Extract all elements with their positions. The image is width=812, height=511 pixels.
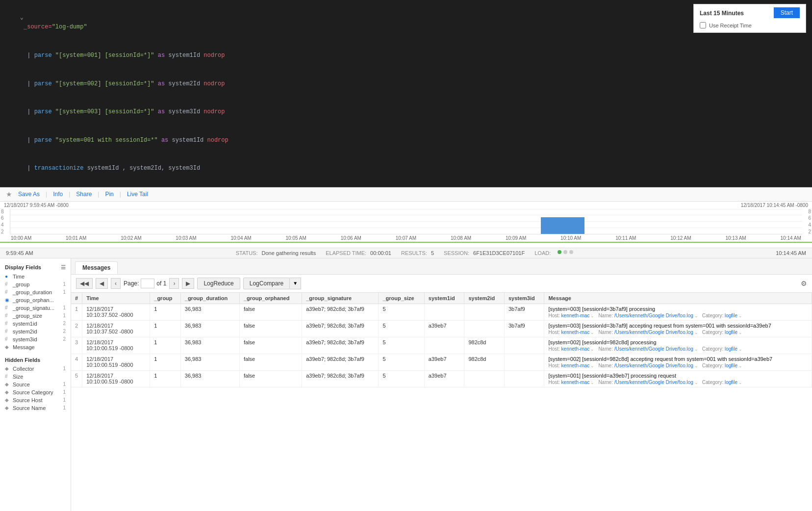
start-button[interactable]: Start bbox=[774, 7, 800, 18]
sidebar-item-system1id[interactable]: # system1id 2 bbox=[0, 320, 71, 328]
log-reduce-btn[interactable]: LogReduce bbox=[197, 278, 240, 289]
cell-num: 4 bbox=[71, 354, 82, 370]
category-expand[interactable]: ⌄ bbox=[738, 363, 742, 368]
table-row[interactable]: 5 12/18/201710:10:00.519 -0800 1 36,983 … bbox=[71, 370, 812, 387]
dot-icon: ◆ bbox=[5, 405, 11, 410]
sidebar-item-source-host[interactable]: ◆ Source Host 1 bbox=[0, 396, 71, 404]
status-value: Done gathering results bbox=[261, 250, 316, 256]
name-link[interactable]: /Users/kenneth/Google Drive/foo.log bbox=[614, 380, 693, 385]
tab-messages[interactable]: Messages bbox=[75, 261, 118, 274]
host-link[interactable]: kenneth-mac bbox=[561, 346, 590, 352]
host-expand[interactable]: ⌄ bbox=[590, 313, 594, 318]
sidebar-item-system3id[interactable]: # system3id 2 bbox=[0, 335, 71, 343]
category-link[interactable]: logfile bbox=[725, 330, 737, 335]
col-group-orphaned[interactable]: _group_orphaned bbox=[239, 293, 302, 304]
cell-system2id bbox=[464, 320, 505, 337]
col-system1id[interactable]: system1id bbox=[424, 293, 464, 304]
page-of: of 1 bbox=[156, 280, 166, 287]
log-reduce-group: LogReduce bbox=[197, 278, 240, 289]
star-icon[interactable]: ★ bbox=[6, 190, 12, 198]
sidebar-item-group[interactable]: # _group 1 bbox=[0, 281, 71, 288]
name-expand[interactable]: ⌄ bbox=[694, 330, 698, 335]
sidebar-item-source[interactable]: ◆ Source 1 bbox=[0, 381, 71, 388]
hash-icon: # bbox=[5, 313, 11, 318]
share-link[interactable]: Share bbox=[76, 191, 92, 198]
query-line-2: | parse "[system=001] [sessionId=*]" as … bbox=[6, 42, 806, 70]
sidebar-item-system2id[interactable]: # system2id 2 bbox=[0, 328, 71, 335]
load-dot-1 bbox=[558, 250, 561, 254]
col-message[interactable]: Message bbox=[544, 293, 812, 304]
page-input[interactable]: 1 bbox=[141, 279, 154, 288]
sidebar-item-collector[interactable]: ◆ Collector 1 bbox=[0, 365, 71, 373]
category-expand[interactable]: ⌄ bbox=[738, 347, 742, 352]
name-expand[interactable]: ⌄ bbox=[694, 313, 698, 318]
save-as-link[interactable]: Save As bbox=[18, 191, 40, 198]
table-row[interactable]: 1 12/18/201710:10:37.502 -0800 1 36,983 … bbox=[71, 304, 812, 320]
host-expand[interactable]: ⌄ bbox=[590, 363, 594, 368]
sidebar-item-group-signature[interactable]: # _group_signatu... 1 bbox=[0, 304, 71, 312]
sidebar-item-message[interactable]: ◆ Message bbox=[0, 343, 71, 351]
category-expand[interactable]: ⌄ bbox=[738, 380, 742, 385]
nav-next-btn[interactable]: › bbox=[169, 278, 179, 289]
category-link[interactable]: logfile bbox=[725, 380, 737, 385]
nav-prev-page-btn[interactable]: ◀ bbox=[96, 278, 108, 289]
sidebar-item-group-orphan[interactable]: ◉ _group_orphan... bbox=[0, 296, 71, 304]
name-link[interactable]: /Users/kenneth/Google Drive/foo.log bbox=[614, 330, 693, 335]
col-time[interactable]: Time bbox=[82, 293, 150, 304]
chart-area[interactable] bbox=[10, 209, 802, 234]
query-line-1[interactable]: ⌄ _source="log-dump" bbox=[6, 4, 806, 42]
category-link[interactable]: logfile bbox=[725, 313, 737, 318]
col-group-size[interactable]: _group_size bbox=[379, 293, 424, 304]
name-link[interactable]: /Users/kenneth/Google Drive/foo.log bbox=[614, 363, 693, 368]
timeline-bar[interactable] bbox=[541, 217, 584, 233]
log-compare-btn[interactable]: LogCompare bbox=[243, 278, 290, 289]
table-row[interactable]: 4 12/18/201710:10:00.519 -0800 1 36,983 … bbox=[71, 354, 812, 370]
table-row[interactable]: 2 12/18/201710:10:37.502 -0800 1 36,983 … bbox=[71, 320, 812, 337]
host-link[interactable]: kenneth-mac bbox=[561, 313, 590, 318]
cell-group-duration: 36,983 bbox=[180, 337, 239, 354]
nav-prev-btn[interactable]: ‹ bbox=[111, 278, 121, 289]
col-group-duration[interactable]: _group_duration bbox=[180, 293, 239, 304]
name-link[interactable]: /Users/kenneth/Google Drive/foo.log bbox=[614, 313, 693, 318]
sidebar-item-time[interactable]: ● Time bbox=[0, 273, 71, 281]
sidebar-item-group-size[interactable]: # _group_size 1 bbox=[0, 312, 71, 320]
sidebar-item-source-category[interactable]: ◆ Source Category 1 bbox=[0, 388, 71, 396]
pin-link[interactable]: Pin bbox=[105, 191, 113, 198]
nav-next-page-btn[interactable]: ▶ bbox=[182, 278, 194, 289]
cell-time: 12/18/201710:10:37.502 -0800 bbox=[82, 320, 150, 337]
category-link[interactable]: logfile bbox=[725, 363, 737, 368]
settings-gear-btn[interactable]: ⚙ bbox=[801, 280, 807, 287]
table-row[interactable]: 3 12/18/201710:10:00.519 -0800 1 36,983 … bbox=[71, 337, 812, 354]
host-expand[interactable]: ⌄ bbox=[590, 347, 594, 352]
col-system3id[interactable]: system3id bbox=[504, 293, 544, 304]
category-expand[interactable]: ⌄ bbox=[738, 313, 742, 318]
category-expand[interactable]: ⌄ bbox=[738, 330, 742, 335]
tab-bar: Messages bbox=[71, 258, 812, 275]
info-link[interactable]: Info bbox=[53, 191, 63, 198]
name-expand[interactable]: ⌄ bbox=[694, 363, 698, 368]
name-link[interactable]: /Users/kenneth/Google Drive/foo.log bbox=[614, 346, 693, 352]
col-group[interactable]: _group bbox=[150, 293, 180, 304]
category-link[interactable]: logfile bbox=[725, 346, 737, 352]
cell-group-size: 5 bbox=[379, 304, 424, 320]
nav-first-btn[interactable]: ◀◀ bbox=[76, 278, 93, 289]
name-expand[interactable]: ⌄ bbox=[694, 380, 698, 385]
sidebar-item-source-name[interactable]: ◆ Source Name 1 bbox=[0, 404, 71, 412]
cell-system3id bbox=[504, 337, 544, 354]
live-tail-link[interactable]: Live Tail bbox=[127, 191, 148, 198]
log-compare-dropdown[interactable]: ▼ bbox=[290, 278, 301, 289]
display-fields-icon[interactable]: ☰ bbox=[61, 264, 66, 271]
name-expand[interactable]: ⌄ bbox=[694, 347, 698, 352]
host-expand[interactable]: ⌄ bbox=[590, 330, 594, 335]
use-receipt-time-checkbox[interactable] bbox=[700, 22, 706, 28]
host-link[interactable]: kenneth-mac bbox=[561, 363, 590, 368]
sidebar-item-group-duration[interactable]: # _group_duration 1 bbox=[0, 288, 71, 296]
host-expand[interactable]: ⌄ bbox=[590, 380, 594, 385]
content-panel: Messages ◀◀ ◀ ‹ Page: 1 of 1 › ▶ LogRedu… bbox=[71, 258, 812, 511]
query-area: ⌄ _source="log-dump" | parse "[system=00… bbox=[0, 0, 812, 187]
col-system2id[interactable]: system2id bbox=[464, 293, 505, 304]
host-link[interactable]: kenneth-mac bbox=[561, 330, 590, 335]
col-group-signature[interactable]: _group_signature bbox=[302, 293, 379, 304]
sidebar-item-size[interactable]: # Size bbox=[0, 373, 71, 381]
host-link[interactable]: kenneth-mac bbox=[561, 380, 590, 385]
